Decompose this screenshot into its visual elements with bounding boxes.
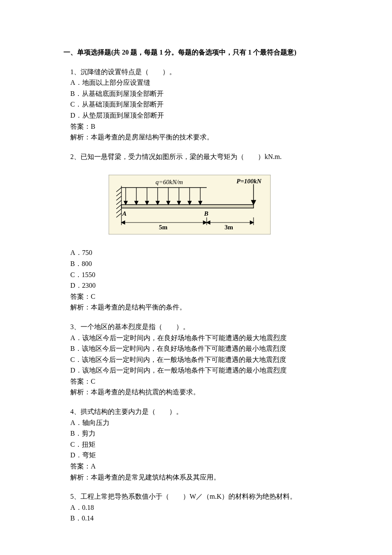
question-1: 1、沉降缝的设置特点是（ ）。 A．地面以上部分应设置缝 B．从基础底面到屋顶全… [70,66,328,143]
q3-answer: 答案：C [70,376,328,387]
q4-option-d: D．弯矩 [70,450,328,461]
q4-option-c: C．扭矩 [70,439,328,450]
diagram-span-be: 3m [225,224,233,231]
diagram-label-a: A [122,210,127,217]
q2-option-d: D．2300 [70,280,328,291]
q3-stem: 3、一个地区的基本烈度是指（ ）。 [70,321,328,332]
q5-option-a: A．0.18 [70,502,328,513]
q1-option-b: B．从基础底面到屋顶全部断开 [70,88,328,99]
q5-option-b: B．0.14 [70,513,328,524]
q3-option-d: D．该地区今后一定时间内，在一般场地条件下可能遭遇的最小地震烈度 [70,365,328,376]
q1-analysis: 解析：本题考查的是房屋结构平衡的技术要求。 [70,132,328,143]
question-2: 2、已知一悬臂梁，受力情况如图所示，梁的最大弯矩为（ ）kN.m. [70,151,328,313]
diagram-label-b: B [204,210,208,217]
q1-option-d: D．从垫层顶面到屋顶全部断开 [70,110,328,121]
diagram-label-q: q=60kN/m [156,179,183,185]
q3-analysis: 解析：本题考查的是结构抗震的构造要求。 [70,387,328,398]
diagram-label-p: P=100kN [236,178,262,185]
q5-stem: 5、工程上常把导热系数值小于（ ）W／（m.K）的材料称为绝热材料。 [70,491,328,502]
q4-analysis: 解析：本题考查的是常见建筑结构体系及其应用。 [70,472,328,483]
q2-option-c: C．1550 [70,269,328,280]
q2-answer: 答案：C [70,291,328,302]
q1-option-c: C．从基础顶面到屋顶全部断开 [70,99,328,110]
q1-stem: 1、沉降缝的设置特点是（ ）。 [70,66,328,78]
q2-option-a: A．750 [70,247,328,258]
q3-option-b: B．该地区今后一定时间内，在良好场地条件下可能遭遇的最小地震烈度 [70,343,328,354]
q4-option-b: B．剪力 [70,428,328,439]
q4-stem: 4、拱式结构的主要内力是（ ）。 [70,406,328,417]
beam-diagram: q=60kN/m P=100kN A B 5m 3m [109,175,328,234]
svg-rect-9 [121,205,254,208]
q1-answer: 答案：B [70,121,328,132]
q4-option-a: A．轴向压力 [70,417,328,428]
q3-option-a: A．该地区今后一定时间内，在良好场地条件下可能遭遇的最大地震烈度 [70,332,328,344]
q2-stem: 2、已知一悬臂梁，受力情况如图所示，梁的最大弯矩为（ ）kN.m. [70,151,328,162]
q2-analysis: 解析：本题考查的是结构平衡的条件。 [70,302,328,313]
question-4: 4、拱式结构的主要内力是（ ）。 A．轴向压力 B．剪力 C．扭矩 D．弯矩 答… [70,406,328,483]
diagram-span-ab: 5m [159,224,168,231]
q1-option-a: A．地面以上部分应设置缝 [70,77,328,88]
q4-answer: 答案：A [70,461,328,472]
section-title: 一、单项选择题(共 20 题，每题 1 分。每题的备选项中，只有 1 个最符合题… [70,47,328,58]
question-3: 3、一个地区的基本烈度是指（ ）。 A．该地区今后一定时间内，在良好场地条件下可… [70,321,328,398]
q3-option-c: C．该地区今后一定时间内，在一般场地条件下可能遭遇的最大地震烈度 [70,354,328,365]
question-5: 5、工程上常把导热系数值小于（ ）W／（m.K）的材料称为绝热材料。 A．0.1… [70,491,328,524]
q2-option-b: B．800 [70,258,328,269]
